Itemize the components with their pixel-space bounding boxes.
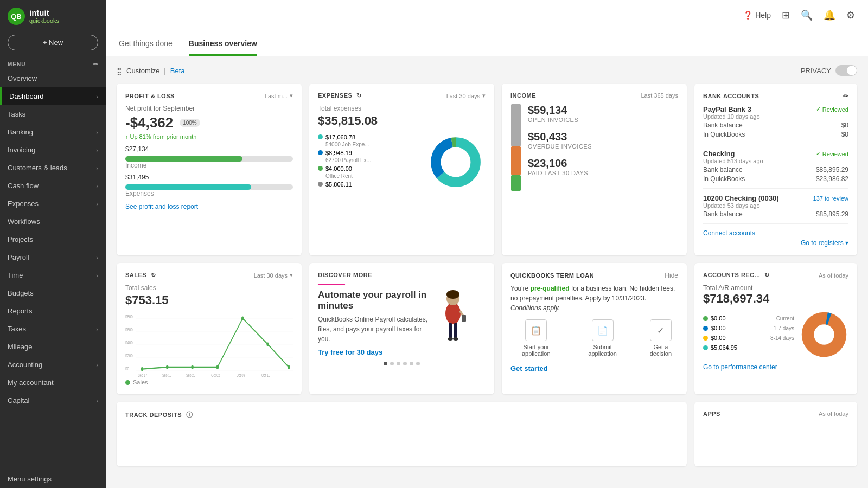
sidebar-item-projects[interactable]: Projects bbox=[0, 230, 106, 248]
paid-amount: $23,106 bbox=[528, 157, 592, 170]
sidebar-item-time[interactable]: Time › bbox=[0, 266, 106, 284]
tab-get-things-done[interactable]: Get things done bbox=[119, 30, 173, 56]
tabs-bar: Get things done Business overview bbox=[106, 30, 868, 56]
help-circle-icon: ❓ bbox=[743, 11, 752, 20]
edit-icon[interactable]: ✏ bbox=[93, 61, 98, 67]
customize-icon: ⣿ bbox=[117, 67, 122, 75]
legend-dot-1 bbox=[318, 134, 323, 139]
sidebar-item-label: Accounting bbox=[8, 361, 42, 369]
sidebar-item-mileage[interactable]: Mileage bbox=[0, 338, 106, 356]
sidebar-section-label: MENU ✏ bbox=[0, 57, 106, 69]
profit-loss-period[interactable]: Last m... ▾ bbox=[265, 92, 293, 99]
expense-bar-row: $31,495 Expenses bbox=[125, 174, 293, 197]
open-invoices-row: $59,134 OPEN INVOICES bbox=[528, 104, 592, 123]
start-application-label[interactable]: Start your application bbox=[510, 344, 562, 357]
carousel-dot-3[interactable] bbox=[397, 362, 400, 365]
expenses-period[interactable]: Last 30 days ▾ bbox=[446, 92, 486, 99]
sidebar-item-customers-leads[interactable]: Customers & leads › bbox=[0, 159, 106, 177]
profit-amount: -$4,362 bbox=[125, 114, 173, 131]
sidebar-item-workflows[interactable]: Workflows bbox=[0, 213, 106, 230]
bank-accounts-card: BANK ACCOUNTS ✏ PayPal Bank 3 ✓ Reviewed… bbox=[694, 84, 857, 255]
sales-period[interactable]: Last 30 days ▾ bbox=[254, 272, 293, 279]
sidebar-item-expenses[interactable]: Expenses › bbox=[0, 195, 106, 213]
sidebar-item-label: Cash flow bbox=[8, 182, 39, 190]
get-started-button[interactable]: Get started bbox=[510, 364, 548, 373]
expenses-title: EXPENSES ↻ bbox=[318, 92, 361, 99]
chevron-right-icon: › bbox=[96, 362, 98, 368]
sidebar-item-label: Invoicing bbox=[8, 146, 35, 154]
settings-icon[interactable]: ⚙ bbox=[846, 9, 855, 21]
bank-10200-updated: Updated 53 days ago bbox=[703, 202, 848, 209]
loan-hide-link[interactable]: Hide bbox=[665, 272, 678, 279]
profit-loss-link[interactable]: See profit and loss report bbox=[125, 203, 293, 210]
carousel-dot-2[interactable] bbox=[390, 362, 394, 365]
sidebar-item-payroll[interactable]: Payroll › bbox=[0, 248, 106, 266]
bank-paypal-in-qb: In QuickBooks $0 bbox=[703, 131, 848, 138]
sidebar-item-tasks[interactable]: Tasks bbox=[0, 105, 106, 123]
income-bar-group bbox=[510, 104, 521, 191]
chevron-right-icon: › bbox=[96, 129, 98, 136]
bank-account-paypal: PayPal Bank 3 ✓ Reviewed Updated 10 days… bbox=[703, 105, 848, 144]
privacy-toggle-switch[interactable] bbox=[835, 65, 857, 76]
sales-dot-7 bbox=[288, 365, 290, 369]
go-registers-link[interactable]: Go to registers ▾ bbox=[703, 239, 848, 247]
bell-icon[interactable]: 🔔 bbox=[824, 9, 835, 21]
sidebar-item-invoicing[interactable]: Invoicing › bbox=[0, 141, 106, 159]
sidebar-item-cashflow[interactable]: Cash flow › bbox=[0, 177, 106, 195]
customize-label[interactable]: Customize bbox=[126, 67, 159, 75]
apps-period: As of today bbox=[819, 410, 848, 417]
sidebar-item-label: Payroll bbox=[8, 253, 29, 261]
carousel-dot-5[interactable] bbox=[410, 362, 413, 365]
apps-body bbox=[703, 422, 848, 455]
sales-dot-2 bbox=[166, 365, 169, 369]
tab-business-overview[interactable]: Business overview bbox=[189, 30, 257, 56]
connect-accounts-link[interactable]: Connect accounts bbox=[703, 229, 848, 237]
sidebar-item-label: Mileage bbox=[8, 343, 33, 351]
sidebar-item-my-accountant[interactable]: My accountant bbox=[0, 374, 106, 391]
beta-label[interactable]: Beta bbox=[170, 67, 185, 75]
sidebar-item-menu-settings[interactable]: Menu settings bbox=[0, 470, 106, 488]
chevron-right-icon: › bbox=[96, 165, 98, 171]
edit-icon[interactable]: ✏ bbox=[843, 92, 848, 100]
svg-point-26 bbox=[453, 337, 458, 341]
sidebar-item-capital[interactable]: Capital › bbox=[0, 391, 106, 409]
get-decision-label: Get a decision bbox=[643, 344, 678, 357]
svg-text:Oct 16: Oct 16 bbox=[261, 373, 270, 377]
accounts-rec-refresh-icon[interactable]: ↻ bbox=[764, 272, 770, 278]
refresh-icon[interactable]: ↻ bbox=[356, 92, 362, 99]
expense-label: Expenses bbox=[125, 190, 293, 197]
carousel-dot-6[interactable] bbox=[416, 362, 420, 365]
help-button[interactable]: ❓ Help bbox=[743, 11, 771, 20]
legend-item-4: $5,806.11 bbox=[318, 181, 420, 188]
new-button[interactable]: + New bbox=[8, 35, 98, 50]
discover-more-text-area: Automate your payroll in minutes QuickBo… bbox=[318, 284, 431, 356]
search-icon[interactable]: 🔍 bbox=[801, 9, 813, 21]
carousel-dot-1[interactable] bbox=[384, 362, 387, 365]
term-loan-card: QUICKBOOKS TERM LOAN Hide You're pre-qua… bbox=[502, 263, 687, 394]
ar-legend-1-7: $0.00 1-7 days bbox=[703, 325, 794, 331]
sales-refresh-icon[interactable]: ↻ bbox=[151, 272, 156, 278]
discover-headline: Automate your payroll in minutes bbox=[318, 290, 431, 311]
svg-text:Sep 18: Sep 18 bbox=[162, 373, 171, 377]
grid-icon[interactable]: ⊞ bbox=[782, 9, 790, 21]
prequalified-text: pre-qualified bbox=[531, 285, 570, 292]
accounts-rec-card: ACCOUNTS REC... ↻ As of today Total A/R … bbox=[694, 263, 857, 394]
topbar: ❓ Help ⊞ 🔍 🔔 ⚙ bbox=[106, 0, 868, 30]
carousel-dot-4[interactable] bbox=[403, 362, 407, 365]
ar-performance-link[interactable]: Go to performance center bbox=[703, 363, 848, 371]
try-free-link[interactable]: Try free for 30 days bbox=[318, 348, 431, 356]
sidebar-item-accounting[interactable]: Accounting › bbox=[0, 356, 106, 374]
review-link-10200[interactable]: 137 to review bbox=[813, 195, 848, 202]
sidebar-item-label: Customers & leads bbox=[8, 164, 67, 172]
sidebar-item-banking[interactable]: Banking › bbox=[0, 123, 106, 141]
sidebar-item-overview[interactable]: Overview bbox=[0, 69, 106, 87]
sidebar-item-reports[interactable]: Reports bbox=[0, 302, 106, 320]
overdue-row: $50,433 OVERDUE INVOICES bbox=[528, 131, 592, 150]
income-bar-row: $27,134 Income bbox=[125, 145, 293, 169]
legend-item-3: $4,000.00 bbox=[318, 165, 420, 172]
sidebar-item-taxes[interactable]: Taxes › bbox=[0, 320, 106, 338]
step-arrow-1: — bbox=[567, 319, 575, 357]
expenses-donut-chart bbox=[426, 132, 486, 192]
sidebar-item-budgets[interactable]: Budgets bbox=[0, 284, 106, 302]
sidebar-item-dashboard[interactable]: Dashboard › bbox=[0, 87, 106, 105]
